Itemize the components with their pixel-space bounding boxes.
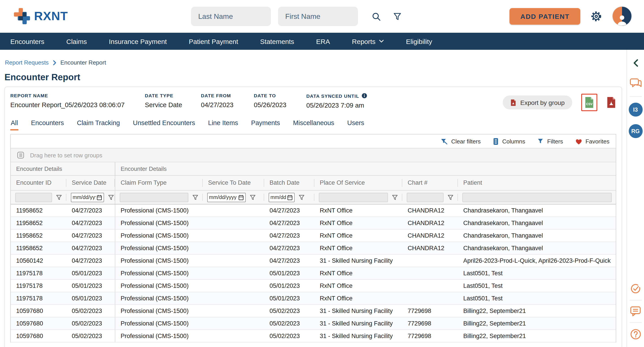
cell-chart <box>402 292 458 304</box>
nav-item-patient-payment[interactable]: Patient Payment <box>189 38 238 45</box>
nav-item-claims[interactable]: Claims <box>66 38 87 45</box>
tab-claim-tracking[interactable]: Claim Tracking <box>76 119 120 130</box>
last-name-input[interactable]: Last Name <box>191 7 271 26</box>
table-row[interactable]: 1059768005/02/2023Professional (CMS-1500… <box>11 330 616 342</box>
cell-patient: Last0501, Test <box>458 280 616 292</box>
cell-service-date: 04/27/2023 <box>66 204 115 216</box>
cell-encounter-id: 11958652 <box>11 217 66 229</box>
search-icon[interactable] <box>371 12 381 21</box>
cell-batch-date: 04/27/2023 <box>264 242 314 254</box>
calendar-icon[interactable] <box>238 194 244 200</box>
date-filter-input-service-to-date[interactable]: mm/dd/yyyy <box>207 192 246 202</box>
table-row[interactable]: 1059768005/02/2023Professional (CMS-1500… <box>11 305 616 318</box>
table-row[interactable]: 1056014204/27/2023Professional (CMS-1500… <box>11 255 616 267</box>
filter-funnel-icon[interactable] <box>56 194 62 200</box>
cell-claim-form-type: Professional (CMS-1500) <box>115 330 203 342</box>
table-row[interactable]: 1195865204/27/2023Professional (CMS-1500… <box>11 217 616 230</box>
first-name-input[interactable]: First Name <box>278 7 358 26</box>
settings-gear-icon[interactable] <box>590 10 602 22</box>
nav-item-eligibility[interactable]: Eligibility <box>406 38 432 45</box>
table-row[interactable]: 1197517805/01/2023Professional (CMS-1500… <box>11 292 616 305</box>
cell-place-of-service: RxNT Office <box>314 242 402 254</box>
add-patient-button[interactable]: ADD PATIENT <box>510 8 580 24</box>
cell-batch-date: 05/01/2023 <box>264 292 314 304</box>
cell-service-to-date <box>203 292 264 304</box>
sidebar-avatar-i3[interactable]: I3 <box>628 103 642 116</box>
column-header-place-of-service[interactable]: Place Of Service <box>314 176 402 190</box>
nav-item-insurance-payment[interactable]: Insurance Payment <box>109 38 167 45</box>
cell-claim-form-type: Professional (CMS-1500) <box>115 280 203 292</box>
filter-input-chart[interactable] <box>407 192 444 202</box>
collapse-chevron-left-icon[interactable] <box>633 59 638 67</box>
filter-input-encounter-id[interactable] <box>15 192 52 202</box>
cell-place-of-service: RxNT Office <box>314 267 402 279</box>
filter-funnel-icon[interactable] <box>298 194 305 200</box>
check-circle-icon[interactable] <box>630 283 641 294</box>
tab-miscellaneous[interactable]: Miscellaneous <box>293 119 335 130</box>
filters-button[interactable]: Filters <box>537 138 563 145</box>
filter-input-place-of-service[interactable] <box>319 192 388 202</box>
nav-item-label: Reports <box>352 38 376 45</box>
row-group-dropzone[interactable]: Drag here to set row groups <box>11 148 616 162</box>
nav-item-reports[interactable]: Reports <box>352 38 384 45</box>
export-by-group-button[interactable]: Export by group <box>503 96 572 110</box>
filter-funnel-icon[interactable] <box>108 194 114 200</box>
help-icon[interactable] <box>630 328 641 340</box>
filter-funnel-icon[interactable] <box>192 194 199 200</box>
date-filter-input-service-date[interactable]: mm/dd/yyyy <box>71 192 104 202</box>
user-avatar[interactable] <box>612 6 632 26</box>
nav-item-encounters[interactable]: Encounters <box>10 38 44 45</box>
filter-input-patient[interactable] <box>462 192 612 202</box>
nav-item-label: Patient Payment <box>189 38 238 45</box>
sidebar-avatar-rg[interactable]: RG <box>628 124 642 138</box>
columns-button[interactable]: Columns <box>492 138 526 145</box>
column-header-service-date[interactable]: Service Date <box>66 176 115 190</box>
filter-funnel-icon[interactable] <box>392 194 398 200</box>
calendar-icon[interactable] <box>287 194 293 200</box>
column-header-encounter-id[interactable]: Encounter ID <box>11 176 66 190</box>
calendar-icon[interactable] <box>96 194 102 200</box>
table-row[interactable]: 1197517805/01/2023Professional (CMS-1500… <box>11 280 616 292</box>
column-header-batch-date[interactable]: Batch Date <box>264 176 314 190</box>
clear-filters-button[interactable]: Clear filters <box>440 138 481 145</box>
nav-item-era[interactable]: ERA <box>316 38 330 45</box>
table-row[interactable]: 1195865204/27/2023Professional (CMS-1500… <box>11 242 616 255</box>
favorites-button[interactable]: Favorites <box>575 138 610 145</box>
column-header-claim-form-type[interactable]: Claim Form Type <box>115 176 203 190</box>
tab-payments[interactable]: Payments <box>251 119 280 130</box>
table-row[interactable]: 1195865204/27/2023Professional (CMS-1500… <box>11 204 616 217</box>
filter-funnel-icon[interactable] <box>447 194 454 200</box>
content-area: Report Requests Encounter Report Encount… <box>0 50 626 347</box>
date-filter-input-batch-date[interactable]: mm/dd/yyyy <box>269 192 295 202</box>
tab-unsettled-encounters[interactable]: Unsettled Encounters <box>132 119 196 130</box>
column-header-chart[interactable]: Chart # <box>402 176 458 190</box>
report-field-label: REPORT NAME <box>10 93 145 98</box>
tab-users[interactable]: Users <box>347 119 365 130</box>
column-header-patient[interactable]: Patient <box>458 176 616 190</box>
report-field-label: DATE TO <box>254 93 306 98</box>
rxnt-logo[interactable]: RXNT <box>14 8 68 25</box>
cell-chart <box>402 280 458 292</box>
breadcrumb-report-requests[interactable]: Report Requests <box>5 59 49 66</box>
table-row[interactable]: 1059768005/02/2023Professional (CMS-1500… <box>11 318 616 330</box>
chat-icon[interactable] <box>630 78 642 89</box>
tab-all[interactable]: All <box>10 119 18 130</box>
advanced-filter-icon[interactable] <box>393 12 402 21</box>
table-row[interactable]: 1197517805/01/2023Professional (CMS-1500… <box>11 267 616 280</box>
info-icon[interactable] <box>362 93 367 99</box>
cell-batch-date: 05/02/2023 <box>264 330 314 342</box>
tab-line-items[interactable]: Line Items <box>208 119 238 130</box>
table-row[interactable]: 1195865204/27/2023Professional (CMS-1500… <box>11 230 616 242</box>
export-pdf-button[interactable] <box>606 96 616 108</box>
column-header-service-to-date[interactable]: Service To Date <box>203 176 264 190</box>
cell-service-to-date <box>203 280 264 292</box>
report-field-value: Encounter Report_05/26/2023 08:06:07 <box>10 101 145 108</box>
filter-funnel-icon[interactable] <box>249 194 256 200</box>
nav-item-statements[interactable]: Statements <box>260 38 294 45</box>
cell-patient: Chandrasekaron, Thangaavel <box>458 217 616 229</box>
filter-input-claim-form-type[interactable] <box>120 192 188 202</box>
export-csv-button[interactable]: CSV <box>581 94 597 111</box>
feedback-comment-icon[interactable] <box>630 306 641 316</box>
cell-service-date: 05/02/2023 <box>66 318 115 330</box>
tab-encounters[interactable]: Encounters <box>30 119 64 130</box>
